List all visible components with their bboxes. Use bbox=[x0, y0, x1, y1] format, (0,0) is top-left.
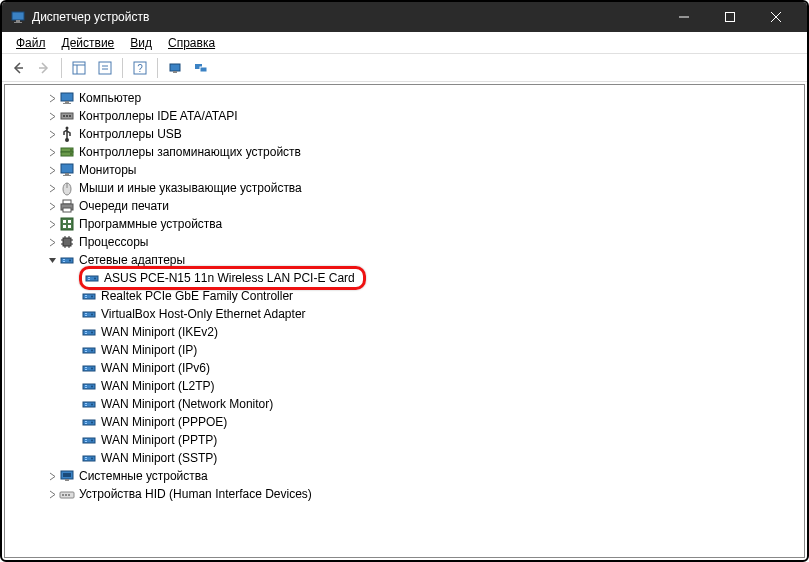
svg-rect-40 bbox=[61, 218, 73, 230]
svg-rect-45 bbox=[63, 238, 71, 246]
toolbar-separator bbox=[157, 58, 158, 78]
svg-rect-95 bbox=[85, 439, 87, 440]
close-button[interactable] bbox=[753, 2, 799, 32]
minimize-button[interactable] bbox=[661, 2, 707, 32]
tree-item[interactable]: Устройства HID (Human Interface Devices) bbox=[5, 485, 804, 503]
chevron-right-icon[interactable] bbox=[45, 199, 59, 213]
svg-rect-104 bbox=[65, 479, 69, 481]
svg-rect-42 bbox=[68, 220, 71, 223]
svg-rect-72 bbox=[85, 333, 87, 334]
svg-point-89 bbox=[91, 404, 93, 406]
svg-point-65 bbox=[91, 296, 93, 298]
chevron-right-icon[interactable] bbox=[45, 91, 59, 105]
tree-item[interactable]: ASUS PCE-N15 11n Wireless LAN PCI-E Card bbox=[5, 269, 804, 287]
menu-view[interactable]: Вид bbox=[122, 34, 160, 52]
svg-rect-107 bbox=[65, 494, 67, 496]
svg-rect-82 bbox=[83, 384, 95, 389]
chevron-right-icon[interactable] bbox=[45, 469, 59, 483]
tree-item[interactable]: Компьютер bbox=[5, 89, 804, 107]
svg-rect-33 bbox=[65, 173, 69, 175]
tree-item[interactable]: Контроллеры IDE ATA/ATAPI bbox=[5, 107, 804, 125]
tree-item[interactable]: Контроллеры USB bbox=[5, 125, 804, 143]
svg-rect-54 bbox=[61, 258, 73, 263]
tree-item-label: Процессоры bbox=[79, 235, 149, 249]
tree-item[interactable]: Realtek PCIe GbE Family Controller bbox=[5, 287, 804, 305]
tree-item[interactable]: Очереди печати bbox=[5, 197, 804, 215]
devices-button[interactable] bbox=[189, 56, 213, 80]
chevron-right-icon[interactable] bbox=[45, 145, 59, 159]
tree-item[interactable]: WAN Miniport (IPv6) bbox=[5, 359, 804, 377]
svg-rect-59 bbox=[88, 277, 90, 278]
svg-text:?: ? bbox=[137, 63, 143, 74]
svg-rect-98 bbox=[83, 456, 95, 461]
tree-item[interactable]: WAN Miniport (IP) bbox=[5, 341, 804, 359]
tree-item-label: WAN Miniport (L2TP) bbox=[101, 379, 215, 393]
network-icon bbox=[81, 378, 97, 394]
network-icon bbox=[81, 288, 97, 304]
svg-rect-37 bbox=[63, 200, 71, 204]
svg-rect-66 bbox=[83, 312, 95, 317]
tree-item[interactable]: Процессоры bbox=[5, 233, 804, 251]
hid-icon bbox=[59, 486, 75, 502]
svg-point-24 bbox=[66, 115, 68, 117]
tree-item[interactable]: WAN Miniport (Network Monitor) bbox=[5, 395, 804, 413]
tree-item-label: WAN Miniport (Network Monitor) bbox=[101, 397, 273, 411]
tree-item[interactable]: WAN Miniport (L2TP) bbox=[5, 377, 804, 395]
tree-item[interactable]: Мыши и иные указывающие устройства bbox=[5, 179, 804, 197]
scan-button[interactable] bbox=[163, 56, 187, 80]
toolbar-separator bbox=[61, 58, 62, 78]
svg-rect-108 bbox=[68, 494, 70, 496]
menu-action[interactable]: Действие bbox=[54, 34, 123, 52]
chevron-right-icon[interactable] bbox=[45, 163, 59, 177]
tree-item[interactable]: Мониторы bbox=[5, 161, 804, 179]
chevron-right-icon[interactable] bbox=[45, 127, 59, 141]
svg-rect-91 bbox=[85, 421, 87, 422]
device-tree-panel[interactable]: КомпьютерКонтроллеры IDE ATA/ATAPIКонтро… bbox=[4, 84, 805, 558]
chevron-right-icon[interactable] bbox=[45, 217, 59, 231]
svg-rect-94 bbox=[83, 438, 95, 443]
svg-rect-68 bbox=[85, 315, 87, 316]
svg-rect-63 bbox=[85, 295, 87, 296]
tree-item[interactable]: Контроллеры запоминающих устройств bbox=[5, 143, 804, 161]
tree-item[interactable]: WAN Miniport (SSTP) bbox=[5, 449, 804, 467]
svg-point-73 bbox=[91, 332, 93, 334]
svg-point-25 bbox=[69, 115, 71, 117]
svg-point-27 bbox=[65, 138, 69, 142]
tree-item[interactable]: WAN Miniport (PPTP) bbox=[5, 431, 804, 449]
tree-item[interactable]: WAN Miniport (PPPOE) bbox=[5, 413, 804, 431]
svg-rect-99 bbox=[85, 457, 87, 458]
properties-button[interactable] bbox=[93, 56, 117, 80]
tree-item[interactable]: Программные устройства bbox=[5, 215, 804, 233]
tree-item[interactable]: VirtualBox Host-Only Ethernet Adapter bbox=[5, 305, 804, 323]
show-hidden-button[interactable] bbox=[67, 56, 91, 80]
chevron-right-icon[interactable] bbox=[45, 109, 59, 123]
monitor-icon bbox=[59, 162, 75, 178]
network-icon bbox=[81, 324, 97, 340]
menu-file[interactable]: Файл bbox=[8, 34, 54, 52]
chevron-right-icon bbox=[67, 325, 81, 339]
maximize-button[interactable] bbox=[707, 2, 753, 32]
tree-item-label: WAN Miniport (PPPOE) bbox=[101, 415, 227, 429]
forward-button[interactable] bbox=[32, 56, 56, 80]
tree-item[interactable]: Системные устройства bbox=[5, 467, 804, 485]
tree-item-label: Программные устройства bbox=[79, 217, 222, 231]
cpu-icon bbox=[59, 234, 75, 250]
chevron-right-icon[interactable] bbox=[45, 487, 59, 501]
chevron-right-icon[interactable] bbox=[45, 235, 59, 249]
svg-rect-71 bbox=[85, 331, 87, 332]
chevron-right-icon[interactable] bbox=[45, 181, 59, 195]
tree-item[interactable]: WAN Miniport (IKEv2) bbox=[5, 323, 804, 341]
tree-item-label: WAN Miniport (PPTP) bbox=[101, 433, 217, 447]
network-icon bbox=[81, 432, 97, 448]
menu-help[interactable]: Справка bbox=[160, 34, 223, 52]
svg-rect-2 bbox=[14, 22, 22, 23]
svg-rect-4 bbox=[726, 13, 735, 22]
svg-rect-15 bbox=[170, 64, 180, 71]
help-button[interactable]: ? bbox=[128, 56, 152, 80]
svg-rect-10 bbox=[99, 62, 111, 74]
chevron-down-icon[interactable] bbox=[45, 253, 59, 267]
chevron-right-icon bbox=[67, 289, 81, 303]
mouse-icon bbox=[59, 180, 75, 196]
svg-rect-60 bbox=[88, 279, 90, 280]
back-button[interactable] bbox=[6, 56, 30, 80]
